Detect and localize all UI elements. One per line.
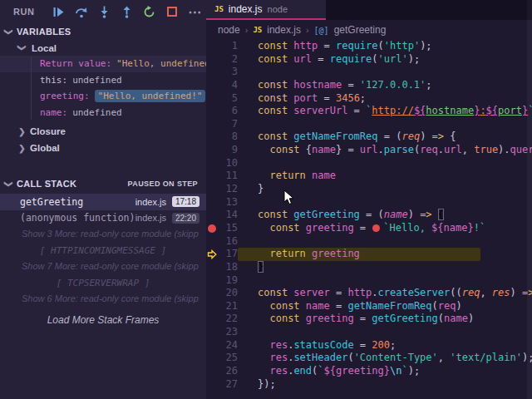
gutter[interactable]: [206, 378, 218, 392]
variable-value: undefined: [72, 107, 122, 118]
gutter[interactable]: [206, 196, 218, 209]
code-line[interactable]: 18}: [206, 261, 532, 274]
line-number: 5: [218, 92, 238, 106]
skipped-frames-row[interactable]: Show 6 More: read-only core module (skip…: [0, 291, 206, 308]
call-stack-frames: getGreetingindex.js17:18(anonymous funct…: [0, 194, 206, 226]
line-number: 13: [218, 196, 238, 209]
breadcrumb-symbol[interactable]: getGreeting: [334, 24, 387, 36]
gutter[interactable]: [206, 183, 218, 196]
scope-global[interactable]: ❯ Global: [0, 140, 206, 156]
gutter[interactable]: [206, 40, 218, 53]
gutter[interactable]: [206, 118, 218, 131]
stack-frame-row[interactable]: getGreetingindex.js17:18: [0, 194, 206, 210]
code-line[interactable]: 1const http = require('http');: [206, 40, 532, 53]
line-number: 23: [218, 326, 238, 339]
code-line[interactable]: 7: [206, 118, 532, 131]
step-out-icon[interactable]: [116, 2, 138, 21]
gutter[interactable]: [206, 261, 218, 274]
breadcrumb-file[interactable]: index.js: [267, 24, 301, 36]
debug-toolbar: RUN ⋯: [0, 0, 206, 23]
stop-icon[interactable]: [161, 2, 184, 21]
code-line[interactable]: 21 const name = getNameFromReq(req): [206, 300, 532, 313]
stack-frame-row[interactable]: (anonymous function)index.js22:20: [0, 210, 206, 227]
code-line[interactable]: 17 return greeting: [206, 248, 532, 261]
gutter[interactable]: [206, 131, 218, 144]
code-line[interactable]: 15 const greeting = `Hello, ${name}!`: [206, 222, 532, 235]
code-line[interactable]: 9 const {name} = url.parse(req.url, true…: [206, 144, 532, 157]
skipped-frames-module: [ TCPSERVERWRAP ]: [0, 275, 206, 292]
gutter[interactable]: [206, 313, 218, 326]
code-text: const name = getNameFromReq(req): [238, 300, 532, 313]
gutter[interactable]: [206, 300, 218, 313]
code-line[interactable]: 19: [206, 274, 532, 288]
continue-icon[interactable]: [47, 2, 70, 21]
gutter[interactable]: [206, 209, 218, 222]
code-line[interactable]: 23: [206, 326, 532, 339]
variable-value: "Hello, undefined!": [95, 90, 206, 102]
code-line[interactable]: 10: [206, 157, 532, 170]
code-line[interactable]: 11 return name: [206, 170, 532, 183]
code-text: return name: [238, 170, 532, 183]
code-line[interactable]: 26 res.end(`${greeting}\n`);: [206, 365, 532, 378]
gutter[interactable]: [206, 144, 218, 157]
gutter[interactable]: [206, 339, 218, 352]
gutter[interactable]: [206, 326, 218, 339]
code-line[interactable]: 6const serverUrl = `http://${hostname}:$…: [206, 105, 532, 118]
code-text: const hostname = '127.0.0.1';: [238, 79, 532, 92]
skipped-frames-module: [ HTTPINCOMINGMESSAGE ]: [0, 243, 206, 259]
skipped-frames-row[interactable]: Show 7 More: read-only core module (skip…: [0, 259, 206, 275]
frame-name: getGreeting: [20, 196, 135, 208]
code-line[interactable]: 8const getNameFromReq = (req) => {: [206, 131, 532, 144]
restart-icon[interactable]: [138, 2, 160, 21]
code-line[interactable]: 27});: [206, 378, 532, 392]
code-text: const {name} = url.parse(req.url, true).…: [238, 144, 532, 157]
gutter[interactable]: [206, 53, 218, 66]
code-line[interactable]: 16: [206, 235, 532, 249]
line-number: 19: [218, 274, 238, 288]
more-actions-icon[interactable]: ⋯: [184, 2, 206, 21]
code-line[interactable]: 14const getGreeting = (name) => {: [206, 209, 532, 222]
scope-local-label: Local: [32, 43, 57, 53]
scope-closure[interactable]: ❯ Closure: [0, 123, 206, 140]
gutter[interactable]: [206, 365, 218, 378]
variables-section-header[interactable]: ❯ VARIABLES: [0, 23, 206, 40]
line-number: 3: [218, 66, 238, 79]
skipped-frames-row[interactable]: Show 3 More: read-only core module (skip…: [0, 226, 206, 243]
gutter[interactable]: [206, 274, 218, 288]
breadcrumb-node[interactable]: node: [218, 24, 240, 36]
line-number: 6: [218, 105, 238, 118]
code-line[interactable]: 12}: [206, 183, 532, 196]
tab-index-js[interactable]: JS index.js node: [206, 0, 326, 20]
gutter[interactable]: [206, 157, 218, 170]
code-line[interactable]: 24 res.statusCode = 200;: [206, 339, 532, 352]
code-line[interactable]: 3: [206, 66, 532, 79]
gutter[interactable]: [206, 170, 218, 183]
gutter[interactable]: [206, 66, 218, 79]
code-line[interactable]: 2const url = require('url');: [206, 53, 532, 66]
current-step-arrow-icon[interactable]: [206, 248, 218, 261]
call-stack-skipped: Show 3 More: read-only core module (skip…: [0, 226, 206, 308]
code-line[interactable]: 22 const greeting = getGreeting(name): [206, 313, 532, 326]
code-line[interactable]: 13: [206, 196, 532, 209]
call-stack-section-header[interactable]: ❯ CALL STACK PAUSED ON STEP: [0, 175, 206, 192]
code-text: [238, 66, 532, 79]
gutter[interactable]: [206, 287, 218, 300]
js-file-icon: JS: [214, 5, 224, 13]
load-more-stack-frames[interactable]: Load More Stack Frames: [0, 312, 206, 328]
tab-debug-badge: node: [268, 4, 288, 14]
step-into-icon[interactable]: [93, 2, 116, 21]
code-line[interactable]: 5const port = 3456;: [206, 92, 532, 106]
scope-local[interactable]: ❯ Local: [0, 40, 206, 56]
breakpoint-icon[interactable]: [206, 222, 218, 235]
gutter[interactable]: [206, 105, 218, 118]
code-line[interactable]: 4const hostname = '127.0.0.1';: [206, 79, 532, 92]
step-over-icon[interactable]: [71, 2, 93, 21]
line-number: 7: [218, 118, 238, 131]
editor-scrollbar[interactable]: [527, 0, 532, 399]
gutter[interactable]: [206, 92, 218, 106]
gutter[interactable]: [206, 79, 218, 92]
code-line[interactable]: 20const server = http.createServer((req,…: [206, 287, 532, 300]
code-line[interactable]: 25 res.setHeader('Content-Type', 'text/p…: [206, 352, 532, 365]
gutter[interactable]: [206, 352, 218, 365]
gutter[interactable]: [206, 235, 218, 249]
